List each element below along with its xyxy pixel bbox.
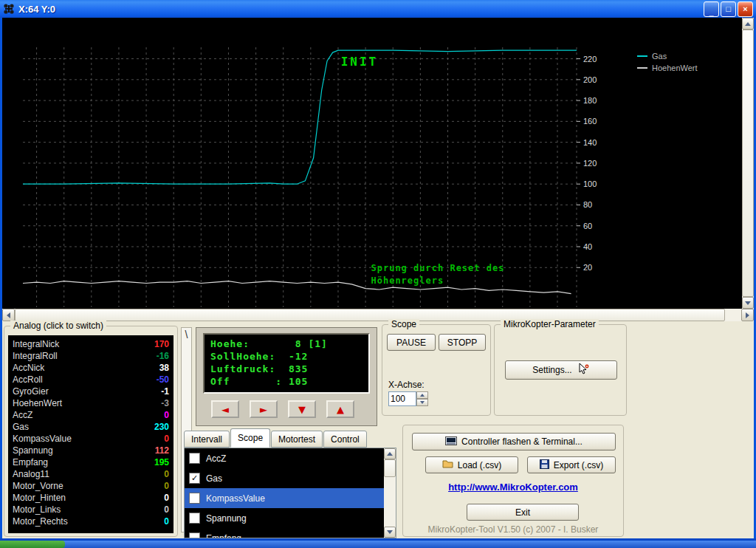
svg-text:40: 40 xyxy=(583,242,592,251)
lcd-line: SollHoehe: -12 xyxy=(210,350,362,363)
arrow-down-icon xyxy=(420,401,425,404)
settings-button[interactable]: Settings... xyxy=(505,360,617,380)
tab-scope[interactable]: Scope xyxy=(230,428,270,448)
analog-label: HoehenWert xyxy=(13,397,62,409)
channel-row[interactable]: KompassValue xyxy=(185,488,396,508)
scroll-up-button[interactable] xyxy=(742,18,754,30)
analog-label: Motor_Rechts xyxy=(13,516,68,527)
lcd-right-button[interactable]: ► xyxy=(250,400,278,418)
svg-text:Höhenreglers: Höhenreglers xyxy=(371,275,444,286)
scrollbar-thumb[interactable] xyxy=(15,309,725,321)
channel-row[interactable]: Empfang xyxy=(185,528,396,538)
scope-chart: 1.2451.2501.2551.2601.2651.2701.2751.280… xyxy=(2,18,754,309)
tab-control[interactable]: Control xyxy=(323,431,367,448)
channel-list-scrollbar[interactable] xyxy=(384,448,396,538)
analog-label: AccNick xyxy=(13,362,44,374)
x-axis-spinner xyxy=(388,391,431,406)
checkmark-icon: ✓ xyxy=(191,473,198,483)
analog-label: AccZ xyxy=(13,409,32,421)
channel-row[interactable]: Spannung xyxy=(185,508,396,528)
channel-row[interactable]: ✓ Gas xyxy=(185,468,396,488)
tab-intervall[interactable]: Intervall xyxy=(184,431,230,448)
analog-row[interactable]: Motor_Hinten0 xyxy=(8,492,173,504)
scroll-right-button[interactable] xyxy=(741,309,754,321)
export-csv-button[interactable]: Export (.csv) xyxy=(527,456,616,473)
analog-row[interactable]: Motor_Links0 xyxy=(8,504,173,516)
svg-text:Sprung durch Reset des: Sprung durch Reset des xyxy=(371,263,505,273)
checkbox[interactable]: ✓ xyxy=(189,473,200,484)
chart-horizontal-scrollbar[interactable] xyxy=(2,309,754,321)
exit-button[interactable]: Exit xyxy=(467,504,579,521)
analog-row[interactable]: GyroGier-1 xyxy=(8,386,173,397)
spinner-up-button[interactable] xyxy=(416,391,428,399)
checkbox[interactable] xyxy=(189,453,200,464)
close-button[interactable]: × xyxy=(738,1,753,17)
taskbar[interactable] xyxy=(0,541,756,548)
folder-open-icon xyxy=(442,459,453,470)
arrow-down-icon xyxy=(387,530,393,534)
analog-row[interactable]: Analog110 xyxy=(8,468,173,480)
analog-label: Spannung xyxy=(13,445,53,456)
scope-controls: Scope PAUSE STOPP X-Achse: xyxy=(382,324,491,416)
analog-row[interactable]: Empfang195 xyxy=(8,456,173,468)
tab-motortest[interactable]: Motortest xyxy=(271,431,323,448)
analog-row[interactable]: KompassValue0 xyxy=(8,433,173,445)
titlebar: X:64 Y:0 _ □ × xyxy=(0,0,756,18)
analog-row[interactable]: Motor_Vorne0 xyxy=(8,480,173,492)
lcd-up-button[interactable]: ▲ xyxy=(326,400,354,418)
analog-label: AccRoll xyxy=(13,374,43,386)
analog-label: Motor_Links xyxy=(13,504,61,516)
lcd-down-button[interactable]: ▼ xyxy=(288,400,316,418)
scroll-left-button[interactable] xyxy=(2,309,15,321)
analog-label: GyroGier xyxy=(13,386,49,397)
spinner-down-button[interactable] xyxy=(416,399,428,406)
analog-row[interactable]: IntegralNick170 xyxy=(8,338,173,350)
maximize-button[interactable]: □ xyxy=(721,1,736,17)
analog-row[interactable]: Motor_Rechts0 xyxy=(8,516,173,527)
legend-label: Gas xyxy=(652,52,667,61)
app-icon xyxy=(3,3,15,15)
lcd-panel: Hoehe: 8 [1] SollHoehe: -12 Luftdruck: 8… xyxy=(196,327,377,426)
checkbox[interactable] xyxy=(189,532,200,538)
flash-terminal-label: Controller flashen & Terminal... xyxy=(461,436,583,447)
analog-value: 0 xyxy=(164,504,169,516)
x-axis-input[interactable] xyxy=(388,391,416,406)
page: { "window": { "title": "X:64 Y:0", "cont… xyxy=(0,0,756,548)
legend-item: HoehenWert xyxy=(637,62,698,74)
scrollbar-thumb[interactable] xyxy=(742,30,754,297)
lcd-screen: Hoehe: 8 [1] SollHoehe: -12 Luftdruck: 8… xyxy=(203,333,370,394)
analog-value: 195 xyxy=(154,456,169,468)
load-csv-button[interactable]: Load (.csv) xyxy=(425,456,518,473)
checkbox[interactable] xyxy=(189,493,200,504)
scroll-down-button[interactable] xyxy=(384,527,396,538)
actions-panel: Controller flashen & Terminal... Load (.… xyxy=(402,425,624,537)
stop-button[interactable]: STOPP xyxy=(439,334,486,351)
analog-row[interactable]: AccNick38 xyxy=(8,362,173,374)
analog-row[interactable]: AccZ0 xyxy=(8,409,173,421)
chart-vertical-scrollbar[interactable] xyxy=(742,18,754,309)
lcd-left-button[interactable]: ◄ xyxy=(211,400,239,418)
minimize-button[interactable]: _ xyxy=(704,1,719,17)
scrollbar-thumb[interactable] xyxy=(384,459,396,477)
scroll-up-button[interactable] xyxy=(384,448,396,459)
analog-row[interactable]: AccRoll-50 xyxy=(8,374,173,386)
channel-row[interactable]: AccZ xyxy=(185,448,396,468)
pause-button[interactable]: PAUSE xyxy=(387,334,436,351)
mikrokopter-link[interactable]: http://www.MikroKopter.com xyxy=(403,482,623,493)
analog-value: 230 xyxy=(154,421,169,433)
start-button-fragment[interactable] xyxy=(0,541,65,548)
svg-text:20: 20 xyxy=(583,263,592,272)
analog-value: -3 xyxy=(161,397,169,409)
analog-row[interactable]: Gas230 xyxy=(8,421,173,433)
analog-label: IntegralNick xyxy=(13,338,59,350)
analog-value: 0 xyxy=(164,516,169,527)
analog-row[interactable]: HoehenWert-3 xyxy=(8,397,173,409)
analog-value: 0 xyxy=(164,409,169,421)
analog-value: 0 xyxy=(164,492,169,504)
flash-terminal-button[interactable]: Controller flashen & Terminal... xyxy=(412,433,616,451)
analog-row[interactable]: Spannung112 xyxy=(8,445,173,456)
scroll-down-button[interactable] xyxy=(742,297,754,309)
checkbox[interactable] xyxy=(189,513,200,524)
analog-row[interactable]: IntegralRoll-16 xyxy=(8,350,173,362)
x-axis-label: X-Achse: xyxy=(388,380,425,390)
